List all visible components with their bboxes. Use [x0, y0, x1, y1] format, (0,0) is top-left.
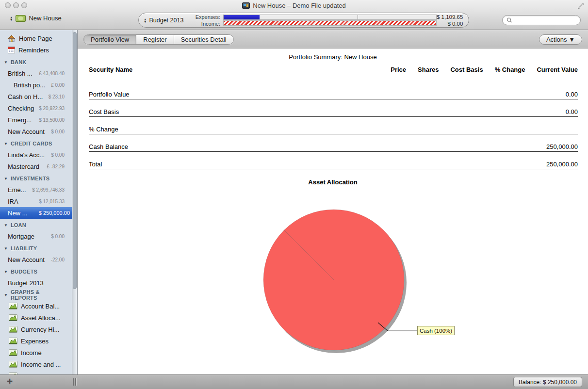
income-progress-bar [223, 20, 437, 26]
portfolio-content: Portfolio Summary: New House Security Na… [78, 49, 588, 374]
sidebar-item-label: Home Page [19, 35, 52, 42]
chart-icon [9, 326, 17, 333]
window-title: New House – Demo File updated [253, 2, 346, 9]
disclosure-triangle-icon[interactable]: ▼ [4, 246, 8, 251]
sidebar-account[interactable]: IRA $ 12,015.33 [0, 195, 77, 207]
asset-allocation-pie-chart [78, 49, 588, 374]
stepper-arrows-icon: ▲▼ [10, 16, 13, 21]
sidebar-report[interactable]: Income and ... [0, 358, 77, 370]
calendar-icon [8, 47, 15, 53]
main-area: Portfolio View Register Securities Detai… [78, 30, 588, 374]
expenses-value: $ 1,109.65 [437, 14, 463, 20]
sidebar-section-loan[interactable]: ▼ LOAN [0, 220, 77, 230]
budget-values: $ 1,109.65 $ 0.00 [437, 14, 463, 27]
expenses-progress-bar [223, 15, 437, 20]
sidebar-report-clipped[interactable] [0, 370, 77, 374]
tab-portfolio-view[interactable]: Portfolio View [84, 35, 136, 44]
sidebar-account[interactable]: Mortgage $ 0.00 [0, 230, 77, 242]
sidebar-section-credit-cards[interactable]: ▼ CREDIT CARDS [0, 138, 77, 149]
disclosure-triangle-icon[interactable]: ▼ [4, 270, 8, 274]
view-segmented-control: Portfolio View Register Securities Detai… [83, 34, 234, 45]
chart-icon [9, 338, 17, 344]
disclosure-triangle-icon[interactable]: ▼ [4, 223, 8, 227]
app-window: New House – Demo File updated ▲▼ New Hou… [0, 0, 588, 389]
expenses-label: Expenses: [192, 14, 220, 20]
fullscreen-icon[interactable] [577, 2, 584, 9]
sidebar-section-budgets[interactable]: ▼ BUDGETS [0, 266, 77, 277]
document-icon [242, 2, 250, 9]
money-icon [16, 15, 26, 22]
sidebar-item-reminders[interactable]: Reminders [0, 44, 77, 56]
sidebar-item-label: Reminders [18, 47, 49, 54]
sidebar-section-graphs-reports[interactable]: ▼ GRAPHS & REPORTS [0, 290, 77, 300]
sidebar-report[interactable]: Income [0, 347, 77, 358]
sidebar-account-selected[interactable]: New ... $ 250,000.00 [0, 207, 77, 219]
sidebar-report[interactable]: Expenses [0, 335, 77, 347]
status-bar: + Balance: $ 250,000.00 [0, 374, 588, 389]
budget-marker-tick [358, 15, 358, 19]
disclosure-triangle-icon[interactable]: ▼ [4, 177, 8, 181]
search-icon [506, 17, 512, 23]
budget-selector-label: Budget 2013 [149, 17, 183, 24]
budget-selector[interactable]: ▲▼ Budget 2013 [144, 17, 192, 24]
chart-icon [9, 303, 17, 309]
tab-register[interactable]: Register [136, 35, 174, 44]
sidebar-account[interactable]: Eme... $ 2,699,746.33 [0, 184, 77, 195]
tab-securities-detail[interactable]: Securities Detail [174, 35, 233, 44]
income-value: $ 0.00 [437, 20, 463, 27]
sidebar-report[interactable]: Asset Alloca... [0, 312, 77, 324]
toolbar: ▲▼ New House ▲▼ Budget 2013 Expenses: In… [0, 11, 588, 30]
sidebar: Home Page Reminders ▼ BANK Bri [0, 30, 78, 374]
balance-button[interactable]: Balance: $ 250,000.00 [513, 377, 582, 387]
sidebar-section-bank[interactable]: ▼ BANK [0, 57, 77, 67]
tab-strip: Portfolio View Register Securities Detai… [78, 30, 588, 49]
search-input[interactable] [512, 17, 576, 24]
sidebar-account[interactable]: British ... £ 43,408.40 [0, 67, 77, 79]
budget-bar-labels: Expenses: Income: [192, 14, 223, 27]
disclosure-triangle-icon[interactable]: ▼ [4, 293, 8, 297]
add-account-button[interactable]: + [7, 375, 13, 387]
search-field[interactable] [502, 15, 581, 25]
title-bar[interactable]: New House – Demo File updated [0, 0, 588, 11]
sidebar-item-home-page[interactable]: Home Page [0, 32, 77, 44]
sidebar-section-liability[interactable]: ▼ LIABILITY [0, 243, 77, 254]
stepper-arrows-icon: ▲▼ [144, 18, 147, 23]
sidebar-section-investments[interactable]: ▼ INVESTMENTS [0, 173, 77, 184]
sidebar-budget-item[interactable]: Budget 2013 [0, 277, 77, 289]
sidebar-report[interactable]: Account Bal... [0, 300, 77, 312]
disclosure-triangle-icon[interactable]: ▼ [4, 60, 8, 65]
chart-icon [9, 349, 17, 356]
sidebar-account[interactable]: New Account -22.00 [0, 254, 77, 265]
actions-button[interactable]: Actions ▼ [539, 34, 582, 45]
source-list-label: New House [29, 15, 61, 22]
scrollbar-thumb[interactable] [73, 32, 77, 289]
sidebar-account[interactable]: Emerg... $ 13,500.00 [0, 114, 77, 126]
budget-bars [223, 14, 437, 26]
disclosure-triangle-icon[interactable]: ▼ [4, 142, 8, 146]
income-label: Income: [192, 20, 220, 27]
pie-callout-label: Cash (100%) [417, 326, 455, 335]
sidebar-account[interactable]: New Account $ 0.00 [0, 126, 77, 137]
sidebar-account[interactable]: Mastercard £ -82.29 [0, 161, 77, 172]
chart-icon [9, 361, 17, 368]
window-chrome: New House – Demo File updated ▲▼ New Hou… [0, 0, 588, 30]
sidebar-account[interactable]: British po... £ 0.00 [0, 79, 77, 91]
expenses-progress-fill [224, 15, 260, 19]
budget-summary-capsule: ▲▼ Budget 2013 Expenses: Income: $ 1,109… [138, 13, 469, 28]
sidebar-scrollbar[interactable] [72, 30, 77, 374]
sidebar-account[interactable]: Checking $ 20,922.93 [0, 102, 77, 114]
sidebar-account[interactable]: Linda's Acc... $ 0.00 [0, 149, 77, 161]
sidebar-account[interactable]: Cash on H... $ 23.10 [0, 91, 77, 102]
source-list-switcher[interactable]: ▲▼ New House [10, 15, 62, 22]
home-icon [8, 35, 16, 42]
sidebar-report[interactable]: Currency Hi... [0, 324, 77, 335]
chart-icon [9, 314, 17, 321]
splitter-handle-icon[interactable] [73, 378, 76, 386]
